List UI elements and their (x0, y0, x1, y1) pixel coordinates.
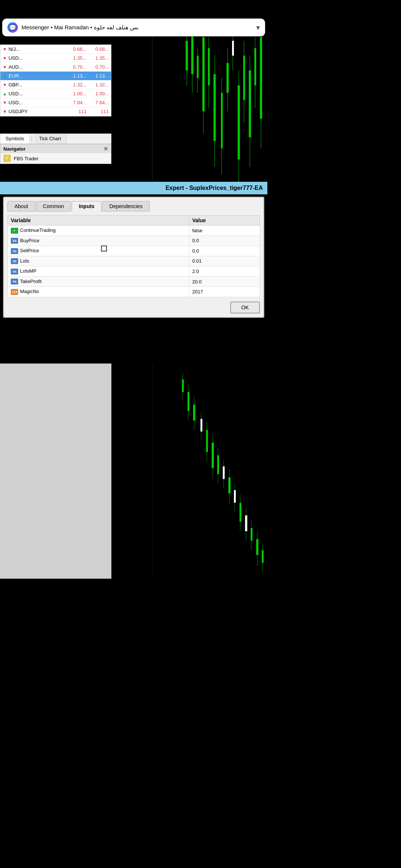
down-arrow-icon: ▼ (3, 82, 7, 88)
value-cell[interactable]: 20.0 (189, 276, 260, 287)
symbol-ask: 1.35... (87, 55, 109, 61)
symbol-bid: 1.35... (64, 55, 87, 61)
dialog-tabs: AboutCommonInputsDependencies (7, 201, 260, 211)
fbs-trader-icon: F (3, 155, 11, 162)
variable-cell: 123MagicNo (8, 287, 189, 297)
svg-rect-70 (228, 477, 231, 493)
navigator-panel: Navigator ✕ F FBS Trader (0, 144, 111, 164)
svg-rect-85 (256, 539, 258, 555)
symbol-name: AUD... (9, 64, 64, 70)
svg-rect-82 (251, 528, 252, 541)
symbol-bid: 7.84... (64, 100, 87, 105)
table-row[interactable]: VaBuyPrice0.0 (8, 236, 260, 246)
down-arrow-icon: ▼ (3, 47, 7, 52)
value-cell[interactable]: 2017 (189, 287, 260, 297)
variable-type-icon: Va (11, 258, 18, 264)
svg-rect-46 (182, 379, 184, 392)
symbol-row[interactable]: ▼N/J...0.68...0.68... (0, 45, 111, 54)
symbols-list: ▼N/J...0.68...0.68...▼USD...1.35...1.35.… (0, 45, 111, 116)
navigator-title: Navigator (3, 146, 26, 152)
svg-rect-88 (262, 550, 264, 563)
table-row[interactable]: VaLots0.01 (8, 256, 260, 266)
value-cell[interactable]: false (189, 226, 260, 236)
svg-rect-79 (245, 515, 247, 531)
symbol-row[interactable]: ▲USD...1.00...1.00... (0, 89, 111, 98)
symbol-ask: 1.13... (87, 73, 109, 79)
symbol-row[interactable]: ▲EUR...1.13...1.13... (0, 72, 111, 80)
up-arrow-icon: ▲ (3, 91, 7, 96)
svg-rect-5 (191, 30, 193, 74)
down-arrow-icon: ▼ (3, 65, 7, 70)
variable-cell: VaSellPrice (8, 246, 189, 256)
messenger-icon: 💬 (7, 22, 18, 33)
variables-table: Variable Value ✓ContinueTradingfalseVaBu… (7, 215, 260, 297)
symbol-bid: 111 (64, 109, 87, 114)
symbol-bid: 0.68... (64, 46, 87, 52)
expert-dialog: AboutCommonInputsDependencies Variable V… (3, 197, 264, 318)
symbol-row[interactable]: ▼USD...7.84...7.84... (0, 98, 111, 107)
symbol-name: USD... (9, 55, 64, 61)
dialog-tab-dependencies[interactable]: Dependencies (102, 201, 150, 211)
messenger-notification[interactable]: 💬 Messenger • Mai Ramadan • بس هنلف لفه … (2, 19, 265, 36)
symbol-name: USDJPY (9, 109, 64, 114)
ok-button[interactable]: OK (230, 302, 260, 313)
variable-cell: ✓ContinueTrading (8, 226, 189, 236)
symbol-row[interactable]: ▼AUD...0.70...0.70... (0, 63, 111, 72)
svg-rect-29 (238, 85, 240, 160)
symbol-bid: 1.00... (64, 91, 87, 96)
symbol-row[interactable]: ▼USD...1.35...1.35... (0, 54, 111, 63)
bottom-left-bg (0, 364, 111, 579)
tab-tick-chart[interactable]: Tick Chart (34, 134, 67, 144)
symbol-row[interactable]: ▼USDJPY111111 (0, 107, 111, 116)
down-arrow-icon: ▼ (3, 56, 7, 61)
symbol-name: USD... (9, 100, 64, 105)
chart-area-bottom (111, 364, 267, 579)
svg-rect-38 (254, 48, 256, 85)
variable-type-icon: Va (11, 269, 18, 274)
symbol-ask: 0.70... (87, 64, 109, 70)
table-row[interactable]: VaLotsMP2.0 (8, 266, 260, 277)
symbol-bid: 0.70... (64, 64, 87, 70)
table-row[interactable]: VaSellPrice0.0 (8, 246, 260, 256)
value-cell[interactable]: 0.01 (189, 256, 260, 266)
navigator-item-fbs[interactable]: F FBS Trader (0, 153, 111, 164)
svg-rect-49 (188, 392, 189, 411)
variable-type-icon: 123 (11, 289, 18, 295)
svg-rect-55 (200, 419, 202, 431)
svg-rect-11 (202, 37, 205, 111)
symbol-ask: 1.32... (87, 82, 109, 88)
svg-rect-8 (197, 56, 199, 78)
symbol-bid: 1.13... (64, 73, 87, 79)
expert-title: Expert - SuplexPrices_tiger777-EA (166, 185, 263, 191)
symbol-ask: 0.68... (87, 46, 109, 52)
variable-type-icon: Va (11, 279, 18, 285)
value-cell[interactable]: 0.0 (189, 246, 260, 256)
symbol-row[interactable]: ▼GBP...1.32...1.32... (0, 80, 111, 89)
dialog-tab-about[interactable]: About (7, 201, 35, 211)
dialog-tab-common[interactable]: Common (36, 201, 71, 211)
svg-rect-35 (249, 70, 251, 137)
svg-rect-64 (217, 455, 219, 474)
svg-rect-26 (232, 41, 234, 56)
svg-rect-2 (186, 41, 188, 70)
svg-rect-23 (226, 63, 229, 93)
dialog-tab-inputs[interactable]: Inputs (72, 201, 101, 211)
table-row[interactable]: VaTakeProfit20.0 (8, 276, 260, 287)
navigator-item-label: FBS Trader (14, 156, 38, 161)
navigator-close-button[interactable]: ✕ (104, 146, 108, 152)
value-cell[interactable]: 0.0 (189, 236, 260, 246)
table-row[interactable]: ✓ContinueTradingfalse (8, 226, 260, 236)
dialog-footer: OK (7, 302, 260, 313)
tab-symbols[interactable]: Symbols (0, 134, 30, 144)
svg-rect-20 (221, 93, 223, 148)
svg-rect-14 (208, 48, 210, 85)
variable-type-icon: ✓ (11, 228, 18, 234)
table-row[interactable]: 123MagicNo2017 (8, 287, 260, 297)
symbol-bid: 1.32... (64, 82, 87, 88)
messenger-text: Messenger • Mai Ramadan • بس هنلف لفه حل… (22, 24, 252, 31)
symbol-name: EUR... (9, 73, 64, 79)
expert-label-bar: Expert - SuplexPrices_tiger777-EA (0, 182, 267, 194)
value-cell[interactable]: 2.0 (189, 266, 260, 277)
svg-rect-73 (234, 490, 236, 503)
up-arrow-icon: ▲ (3, 73, 7, 79)
